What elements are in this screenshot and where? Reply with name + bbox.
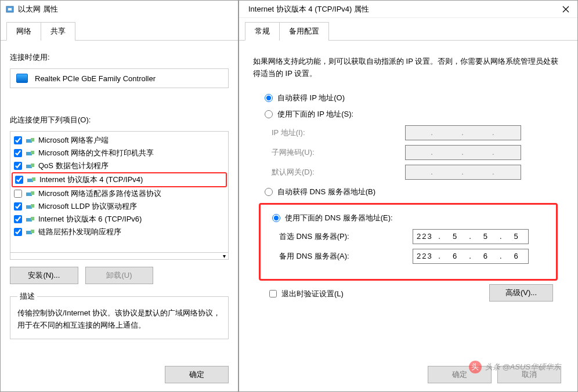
service-icon <box>26 150 35 157</box>
dns-manual-block: 使用下面的 DNS 服务器地址(E): 首选 DNS 服务器(P): 223. … <box>259 203 558 281</box>
close-button[interactable] <box>554 1 577 18</box>
svg-rect-17 <box>31 230 34 233</box>
description-legend: 描述 <box>17 291 37 302</box>
connection-uses-label: 此连接使用下列项目(O): <box>10 115 229 125</box>
window-title: Internet 协议版本 4 (TCP/IPv4) 属性 <box>244 4 573 14</box>
titlebar[interactable]: Internet 协议版本 4 (TCP/IPv4) 属性 <box>239 1 577 18</box>
list-item[interactable]: Microsoft 网络适配器多路传送器协议 <box>12 187 227 200</box>
item-label: Microsoft 网络客户端 <box>38 135 109 146</box>
item-checkbox[interactable] <box>14 215 22 223</box>
list-item[interactable]: Internet 协议版本 6 (TCP/IPv6) <box>12 213 227 226</box>
ip-auto-radio[interactable] <box>265 94 273 102</box>
list-item[interactable]: Microsoft 网络的文件和打印机共享 <box>12 147 227 159</box>
description-text: 传输控制协议/Internet 协议。该协议是默认的广域网络协议，用于在不同的相… <box>17 307 221 332</box>
adapter-name: Realtek PCIe GbE Family Controller <box>35 74 156 83</box>
tab-network[interactable]: 网络 <box>6 22 41 41</box>
item-label: Microsoft 网络的文件和打印机共享 <box>38 148 154 158</box>
intro-text: 如果网络支持此功能，则可以获取自动指派的 IP 设置。否则，你需要从网络系统管理… <box>253 56 563 80</box>
list-item[interactable]: QoS 数据包计划程序 <box>12 159 227 172</box>
validate-on-exit-label: 退出时验证设置(L) <box>281 289 344 299</box>
description-box: 描述 传输控制协议/Internet 协议。该协议是默认的广域网络协议，用于在不… <box>10 291 229 339</box>
ethernet-icon <box>5 5 15 14</box>
svg-rect-7 <box>31 164 34 167</box>
dns-auto-radio[interactable] <box>265 188 273 196</box>
svg-rect-13 <box>31 204 34 208</box>
item-checkbox[interactable] <box>14 228 22 236</box>
dns-alternate-input[interactable]: 223. 6. 6. 6 <box>413 249 529 264</box>
item-checkbox[interactable] <box>14 149 22 157</box>
svg-rect-5 <box>31 151 34 154</box>
svg-rect-1 <box>8 8 12 10</box>
titlebar[interactable]: 以太网 属性 <box>1 1 238 18</box>
item-checkbox[interactable] <box>14 162 22 170</box>
dns-preferred-label: 首选 DNS 服务器(P): <box>279 231 413 242</box>
item-checkbox[interactable] <box>15 176 23 184</box>
window-title: 以太网 属性 <box>18 4 233 14</box>
adapter-box: Realtek PCIe GbE Family Controller <box>10 68 229 88</box>
item-label: Internet 协议版本 4 (TCP/IPv4) <box>39 175 143 185</box>
protocol-icon <box>26 228 35 235</box>
ipv4-properties-window: Internet 协议版本 4 (TCP/IPv4) 属性 常规 备用配置 如果… <box>239 0 578 392</box>
advanced-button[interactable]: 高级(V)... <box>489 284 553 302</box>
item-label: Microsoft LLDP 协议驱动程序 <box>38 201 137 212</box>
item-checkbox[interactable] <box>14 136 22 144</box>
item-label: Microsoft 网络适配器多路传送器协议 <box>38 188 161 199</box>
dns-manual-radio[interactable] <box>272 214 280 222</box>
ip-address-label: IP 地址(I): <box>272 128 405 138</box>
ip-address-input: ... <box>405 125 521 140</box>
protocol-icon <box>26 190 35 197</box>
list-item[interactable]: 链路层拓扑发现响应程序 <box>12 226 227 238</box>
item-checkbox[interactable] <box>14 202 22 210</box>
svg-rect-11 <box>31 191 34 195</box>
validate-on-exit-checkbox[interactable] <box>269 290 277 297</box>
scroll-indicator-icon: ▾ <box>223 253 228 259</box>
tab-sharing[interactable]: 共享 <box>41 22 75 41</box>
ip-manual-label: 使用下面的 IP 地址(S): <box>277 109 353 119</box>
item-label: Internet 协议版本 6 (TCP/IPv6) <box>38 214 142 224</box>
list-item[interactable]: Microsoft 网络客户端 <box>12 134 227 147</box>
tab-bar: 网络 共享 <box>1 18 238 41</box>
ip-auto-label: 自动获得 IP 地址(O) <box>277 93 345 103</box>
service-icon <box>26 162 35 169</box>
ok-button[interactable]: 确定 <box>165 366 229 383</box>
close-icon <box>562 6 569 13</box>
gateway-input: ... <box>405 165 521 180</box>
ok-button[interactable]: 确定 <box>428 366 492 383</box>
dns-preferred-input[interactable]: 223. 5. 5. 5 <box>413 229 529 244</box>
items-list[interactable]: Microsoft 网络客户端Microsoft 网络的文件和打印机共享QoS … <box>10 131 229 253</box>
cancel-button[interactable]: 取消 <box>497 366 561 383</box>
svg-rect-3 <box>31 138 34 141</box>
ethernet-properties-window: 以太网 属性 网络 共享 连接时使用: Realtek PCIe GbE Fam… <box>0 0 239 392</box>
list-item[interactable]: Internet 协议版本 4 (TCP/IPv4) <box>12 172 227 187</box>
dns-manual-label: 使用下面的 DNS 服务器地址(E): <box>285 213 393 223</box>
tab-bar: 常规 备用配置 <box>239 18 577 41</box>
list-item[interactable]: Microsoft LLDP 协议驱动程序 <box>12 200 227 213</box>
service-icon <box>26 137 35 144</box>
ip-manual-radio[interactable] <box>265 110 273 118</box>
connect-using-label: 连接时使用: <box>10 52 229 63</box>
svg-rect-9 <box>32 177 35 181</box>
subnet-input: ... <box>405 145 521 160</box>
gateway-label: 默认网关(D): <box>272 167 405 177</box>
tab-alternate[interactable]: 备用配置 <box>279 22 329 41</box>
protocol-icon <box>26 203 35 210</box>
tab-general[interactable]: 常规 <box>245 22 280 41</box>
dns-alternate-label: 备用 DNS 服务器(A): <box>279 251 413 262</box>
item-checkbox[interactable] <box>14 190 22 198</box>
uninstall-button: 卸载(U) <box>85 267 154 284</box>
protocol-icon <box>26 216 35 223</box>
subnet-label: 子网掩码(U): <box>272 147 405 158</box>
svg-rect-15 <box>31 217 34 220</box>
install-button[interactable]: 安装(N)... <box>10 267 78 284</box>
protocol-icon <box>27 176 36 183</box>
item-label: QoS 数据包计划程序 <box>38 161 109 171</box>
item-label: 链路层拓扑发现响应程序 <box>38 227 121 237</box>
adapter-icon <box>16 74 28 83</box>
dns-auto-label: 自动获得 DNS 服务器地址(B) <box>277 187 375 197</box>
